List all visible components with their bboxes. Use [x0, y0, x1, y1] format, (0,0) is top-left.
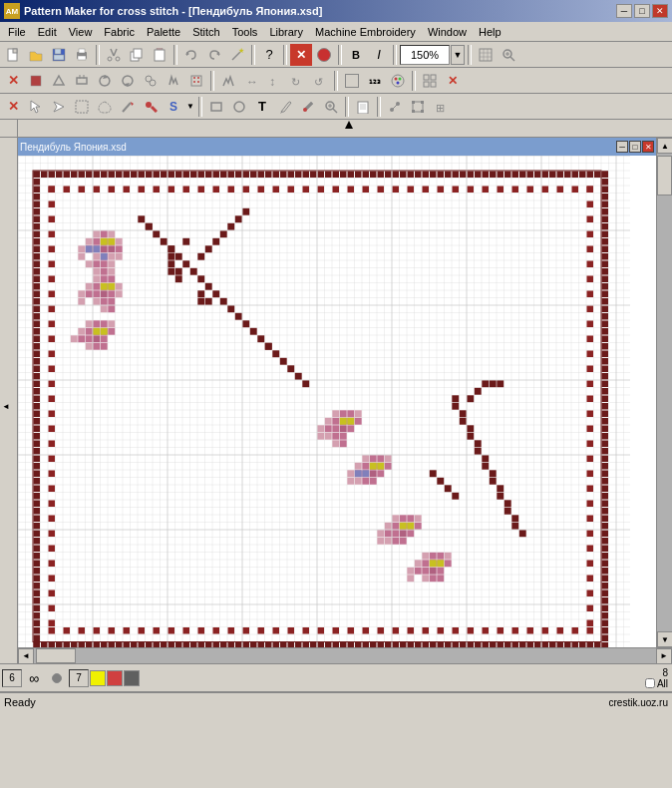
- maximize-button[interactable]: □: [634, 4, 650, 18]
- tb-paste[interactable]: [149, 44, 170, 66]
- tb2-close[interactable]: ✕: [2, 70, 24, 92]
- menu-machine-embroidery[interactable]: Machine Embroidery: [309, 23, 422, 41]
- inner-minimize[interactable]: ─: [616, 141, 628, 153]
- pattern-canvas[interactable]: [18, 156, 656, 647]
- tb-x-red[interactable]: ✕: [290, 44, 312, 66]
- tb2-icon1[interactable]: [25, 70, 47, 92]
- tb3-node2[interactable]: [407, 96, 429, 118]
- tb2-icon11[interactable]: ↕: [263, 70, 285, 92]
- all-checkbox-row: All: [645, 678, 668, 689]
- inner-close[interactable]: ✕: [642, 141, 654, 153]
- tb-save[interactable]: [48, 44, 70, 66]
- tb2-x2[interactable]: ✕: [442, 70, 464, 92]
- tb-magnify[interactable]: [498, 44, 519, 66]
- tb3-pencil[interactable]: [117, 96, 139, 118]
- menu-stitch[interactable]: Stitch: [186, 23, 226, 41]
- svg-rect-43: [392, 75, 404, 87]
- svg-rect-20: [480, 49, 492, 61]
- tb-copy[interactable]: [126, 44, 148, 66]
- tb3-print-prev[interactable]: [352, 96, 374, 118]
- tb2-sep-3: [412, 71, 416, 91]
- tb2-icon5[interactable]: [117, 70, 139, 92]
- tb-print[interactable]: [71, 44, 93, 66]
- tb2-icon3[interactable]: [71, 70, 93, 92]
- tb3-cursor[interactable]: [25, 96, 47, 118]
- tb-bold[interactable]: B: [345, 44, 367, 66]
- color-swatch-yellow[interactable]: [90, 670, 106, 686]
- tb-question[interactable]: ?: [258, 44, 280, 66]
- svg-rect-6: [79, 49, 85, 53]
- canvas-area[interactable]: Пендибуль Япония.xsd ─ □ ✕: [18, 138, 656, 647]
- scroll-up-btn[interactable]: ▲: [657, 138, 672, 154]
- tb3-zoom-in[interactable]: [320, 96, 342, 118]
- v-scrollbar[interactable]: ▲ ▼: [656, 138, 672, 647]
- scroll-track-v[interactable]: [657, 154, 672, 631]
- tb2-grid-view[interactable]: [419, 70, 441, 92]
- tb2-color1[interactable]: [341, 70, 363, 92]
- minimize-button[interactable]: ─: [616, 4, 632, 18]
- tb-italic[interactable]: I: [368, 44, 390, 66]
- tb3-select-rect[interactable]: [71, 96, 93, 118]
- scroll-thumb-h[interactable]: [36, 648, 76, 663]
- tb3-s-tool[interactable]: S: [163, 96, 184, 118]
- tb-infinity[interactable]: ∞: [23, 667, 45, 689]
- scroll-left-btn[interactable]: ◄: [18, 648, 34, 664]
- all-checkbox[interactable]: [645, 678, 655, 688]
- zoom-dropdown[interactable]: ▼: [451, 45, 465, 65]
- tb3-circle[interactable]: [228, 96, 250, 118]
- tb2-icon2[interactable]: [48, 70, 70, 92]
- menu-edit[interactable]: Edit: [32, 23, 63, 41]
- menu-file[interactable]: File: [2, 23, 32, 41]
- close-button[interactable]: ✕: [652, 4, 668, 18]
- tb3-text[interactable]: T: [251, 96, 273, 118]
- toolbar-3: ✕ S ▼ T ⊞: [0, 94, 672, 120]
- scroll-track-h[interactable]: [34, 648, 656, 663]
- tb2-icon13[interactable]: ↺: [309, 70, 331, 92]
- tb2-icon10[interactable]: ↔: [240, 70, 262, 92]
- tb2-icon7[interactable]: [163, 70, 184, 92]
- tb-dot-btn[interactable]: [46, 667, 68, 689]
- tb-color-fg[interactable]: [313, 44, 335, 66]
- color-swatch-red[interactable]: [107, 670, 123, 686]
- stitch-drawing[interactable]: [18, 156, 630, 647]
- menu-fabric[interactable]: Fabric: [98, 23, 141, 41]
- tb2-icon8[interactable]: [185, 70, 207, 92]
- menu-view[interactable]: View: [63, 23, 99, 41]
- tb3-s-dropdown[interactable]: ▼: [185, 96, 195, 118]
- tb3-node3[interactable]: ⊞: [430, 96, 452, 118]
- tb-cut[interactable]: [103, 44, 125, 66]
- tb3-node1[interactable]: [384, 96, 406, 118]
- inner-maximize[interactable]: □: [629, 141, 641, 153]
- h-scrollbar[interactable]: ◄ ►: [18, 647, 672, 663]
- tb-undo[interactable]: [180, 44, 202, 66]
- tb3-x[interactable]: ✕: [2, 96, 24, 118]
- tb3-fill[interactable]: [140, 96, 162, 118]
- menu-library[interactable]: Library: [263, 23, 309, 41]
- scroll-right-btn[interactable]: ►: [656, 648, 672, 664]
- tb2-palette[interactable]: [387, 70, 409, 92]
- tb2-icon6[interactable]: [140, 70, 162, 92]
- tb-new[interactable]: [2, 44, 24, 66]
- tb2-123[interactable]: ₁₂₃: [364, 70, 386, 92]
- tb3-arrow[interactable]: [48, 96, 70, 118]
- menu-tools[interactable]: Tools: [226, 23, 264, 41]
- tb-wand[interactable]: ★: [226, 44, 248, 66]
- svg-point-57: [234, 102, 244, 112]
- tb3-eyedrop[interactable]: [297, 96, 319, 118]
- tb3-pen[interactable]: [274, 96, 296, 118]
- menu-palette[interactable]: Palette: [141, 23, 186, 41]
- left-arrow-indicator: ◄: [2, 402, 10, 411]
- tb-open[interactable]: [25, 44, 47, 66]
- tb2-icon4[interactable]: [94, 70, 116, 92]
- tb3-rect[interactable]: [205, 96, 227, 118]
- tb-grid[interactable]: [475, 44, 497, 66]
- menu-window[interactable]: Window: [422, 23, 473, 41]
- menu-help[interactable]: Help: [473, 23, 507, 41]
- tb3-select-lasso[interactable]: [94, 96, 116, 118]
- tb-redo[interactable]: [203, 44, 225, 66]
- tb2-icon9[interactable]: [217, 70, 239, 92]
- scroll-thumb-v[interactable]: [657, 156, 672, 196]
- scroll-down-btn[interactable]: ▼: [657, 631, 672, 647]
- tb2-icon12[interactable]: ↻: [286, 70, 308, 92]
- color-swatch-gray[interactable]: [124, 670, 140, 686]
